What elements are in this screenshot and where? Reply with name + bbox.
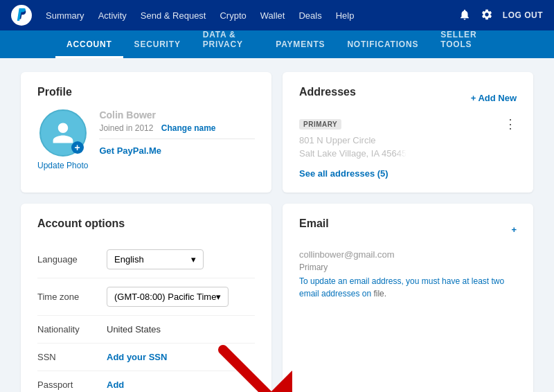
update-photo-link[interactable]: Update Photo [37, 161, 88, 170]
top-navigation: Summary Activity Send & Request Crypto W… [0, 0, 554, 30]
address-line2: Salt Lake Village, IA 45645 [299, 148, 406, 159]
add-passport-link[interactable]: Add [107, 380, 124, 390]
nav-wallet[interactable]: Wallet [260, 10, 285, 21]
main-content: Profile + Update Photo Colin Bower Joine… [0, 58, 554, 392]
timezone-select[interactable]: (GMT-08:00) Pacific Time ▾ [107, 287, 229, 307]
subnav-seller-tools[interactable]: SELLER TOOLS [429, 30, 499, 58]
avatar[interactable]: + [39, 109, 87, 157]
nav-summary[interactable]: Summary [46, 10, 84, 21]
address-badge: PRIMARY [299, 119, 341, 130]
nationality-row: Nationality United States [37, 316, 255, 344]
profile-title: Profile [37, 86, 255, 98]
email-address: collinbower@gmail.com [299, 249, 517, 260]
ssn-row: SSN Add your SSN [37, 344, 255, 371]
timezone-row: Time zone (GMT-08:00) Pacific Time ▾ [37, 278, 255, 316]
add-address-button[interactable]: + Add New [471, 93, 517, 103]
address-row: PRIMARY 801 N Upper Circle Salt Lake Vil… [299, 118, 517, 161]
language-row: Language English ▾ [37, 241, 255, 278]
profile-divider [99, 139, 255, 139]
profile-joined: Joined in 2012 Change name [99, 123, 255, 133]
profile-card: Profile + Update Photo Colin Bower Joine… [21, 72, 271, 193]
addresses-card: Addresses + Add New PRIMARY 801 N Upper … [283, 72, 533, 193]
subnav-notifications[interactable]: NOTIFICATIONS [336, 39, 429, 58]
email-note: To update an email address, you must hav… [299, 275, 517, 300]
avatar-section: + Update Photo [37, 109, 88, 170]
add-ssn-link[interactable]: Add your SSN [107, 352, 167, 362]
nav-send-request[interactable]: Send & Request [141, 10, 206, 21]
profile-info: Colin Bower Joined in 2012 Change name G… [99, 109, 255, 156]
address-menu-icon[interactable]: ⋮ [504, 118, 517, 130]
addresses-header: Addresses + Add New [299, 86, 517, 109]
email-header: Email + [299, 217, 517, 241]
paypalme-link[interactable]: Get PayPal.Me [99, 145, 161, 156]
passport-row: Passport Add [37, 371, 255, 392]
language-label: Language [37, 254, 107, 265]
avatar-plus-icon: + [71, 141, 84, 154]
profile-name: Colin Bower [99, 109, 255, 121]
email-primary-label: Primary [299, 262, 517, 272]
address-content: PRIMARY 801 N Upper Circle Salt Lake Vil… [299, 118, 406, 161]
gear-icon[interactable] [481, 8, 493, 23]
subnav-security[interactable]: SECURITY [123, 39, 192, 58]
subnav-payments[interactable]: PAYMENTS [265, 39, 336, 58]
see-all-addresses-link[interactable]: See all addresses (5) [299, 168, 517, 179]
chevron-down-icon: ▾ [216, 292, 221, 302]
nationality-label: Nationality [37, 324, 107, 335]
subnav-data-privacy[interactable]: DATA & PRIVACY [192, 30, 265, 58]
logout-button[interactable]: LOG OUT [503, 10, 543, 20]
account-options-title: Account options [37, 217, 255, 230]
paypal-logo[interactable] [11, 5, 32, 26]
passport-label: Passport [37, 380, 107, 390]
account-options-card: Account options Language English ▾ Time … [21, 204, 271, 392]
chevron-down-icon: ▾ [191, 254, 196, 265]
add-email-button[interactable]: + [511, 224, 517, 235]
ssn-label: SSN [37, 352, 107, 362]
change-name-link[interactable]: Change name [161, 123, 216, 133]
nav-activity[interactable]: Activity [98, 10, 127, 21]
top-icons: LOG OUT [458, 8, 543, 23]
nav-help[interactable]: Help [336, 10, 355, 21]
addresses-title: Addresses [299, 86, 356, 98]
nav-crypto[interactable]: Crypto [220, 10, 246, 21]
nav-deals[interactable]: Deals [298, 10, 321, 21]
bell-icon[interactable] [458, 8, 471, 23]
timezone-label: Time zone [37, 292, 107, 302]
address-line1: 801 N Upper Circle [299, 135, 406, 145]
email-card: Email + collinbower@gmail.com Primary To… [283, 204, 533, 392]
subnav-account[interactable]: ACCOUNT [55, 39, 123, 58]
language-select[interactable]: English ▾ [107, 249, 204, 269]
email-title: Email [299, 217, 329, 230]
sub-navigation: ACCOUNT SECURITY DATA & PRIVACY PAYMENTS… [0, 30, 554, 58]
nationality-value: United States [107, 324, 255, 335]
